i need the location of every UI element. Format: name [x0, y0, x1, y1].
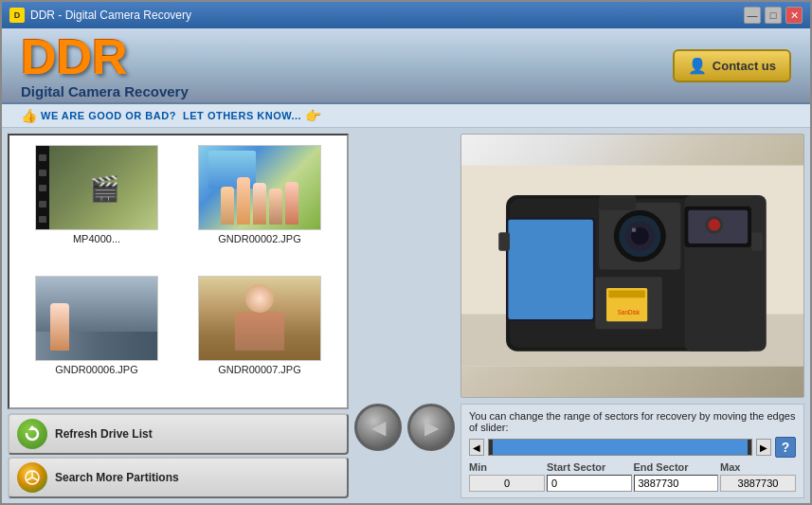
end-sector-label: End Sector: [634, 461, 719, 473]
thumbnail-label: MP4000...: [73, 233, 120, 244]
list-item[interactable]: 🎬 MP4000...: [19, 145, 174, 268]
thumbs-up-icon: 👍: [21, 108, 37, 123]
svg-rect-17: [599, 195, 636, 210]
film-strip-bg: 🎬: [36, 146, 158, 230]
prev-button[interactable]: ◀: [354, 404, 402, 451]
thumbnail-image: [198, 145, 321, 230]
photo-bg: [199, 277, 320, 360]
svg-rect-8: [508, 220, 592, 319]
thumbnail-label: GNDR00002.JPG: [218, 233, 300, 244]
rating-banner[interactable]: 👍 WE ARE GOOD OR BAD? LET OTHERS KNOW...…: [2, 104, 810, 128]
slider-right-thumb[interactable]: [748, 440, 751, 455]
slider-right-arrow[interactable]: ▶: [756, 439, 771, 456]
title-bar: D DDR - Digital Camera Recovery — □ ✕: [2, 2, 810, 28]
sector-info-text: You can change the range of sectors for …: [469, 410, 796, 433]
minimize-button[interactable]: —: [744, 7, 761, 24]
contact-button[interactable]: 👤 Contact us: [673, 49, 791, 82]
window-controls[interactable]: — □ ✕: [744, 7, 803, 24]
film-hole: [39, 216, 46, 223]
start-sector-input[interactable]: [547, 475, 632, 492]
refresh-icon: [17, 419, 47, 449]
svg-text:SanDisk: SanDisk: [618, 309, 641, 316]
thumbnail-image: [35, 276, 158, 361]
min-label: Min: [469, 461, 545, 473]
action-buttons: Refresh Drive List Search More Partition…: [8, 413, 349, 498]
search-partitions-button[interactable]: Search More Partitions: [8, 457, 349, 498]
search-label: Search More Partitions: [55, 471, 179, 484]
film-hole: [39, 170, 46, 176]
list-item[interactable]: GNDR00007.JPG: [182, 276, 337, 399]
slider-row: ◀ ▶ ?: [469, 437, 796, 458]
slider-left-arrow[interactable]: ◀: [469, 439, 484, 456]
film-holes: [36, 146, 49, 230]
end-sector-input[interactable]: [634, 475, 719, 492]
film-hole: [39, 154, 46, 161]
film-hole: [39, 185, 46, 191]
refresh-label: Refresh Drive List: [55, 427, 153, 441]
app-icon: D: [9, 8, 25, 23]
slider-track[interactable]: [488, 439, 752, 456]
svg-point-14: [632, 227, 637, 232]
banner-text: WE ARE GOOD OR BAD? LET OTHERS KNOW...: [41, 110, 301, 121]
help-button[interactable]: ?: [775, 437, 796, 458]
close-button[interactable]: ✕: [785, 7, 803, 24]
list-item[interactable]: GNDR00006.JPG: [19, 276, 174, 399]
thumbnail-label: GNDR00006.JPG: [55, 364, 137, 375]
next-icon: ▶: [424, 416, 439, 439]
thumbnail-image: 🎬: [35, 145, 158, 230]
left-panel: 🎬 MP4000...: [8, 134, 349, 498]
svg-rect-24: [498, 232, 510, 251]
main-content: 🎬 MP4000...: [2, 128, 810, 504]
max-label: Max: [720, 461, 796, 473]
thumbs-right-icon: 👉: [305, 108, 321, 123]
svg-point-23: [709, 219, 721, 231]
vlc-icon: 🎬: [89, 174, 119, 204]
min-value-field[interactable]: [469, 475, 545, 492]
sector-fields: Min Start Sector End Sector Max: [469, 461, 796, 492]
thumbnail-grid-container: 🎬 MP4000...: [8, 134, 349, 409]
partition-icon: [17, 462, 47, 493]
start-sector-label: Start Sector: [547, 461, 632, 473]
thumbnail-label: GNDR00007.JPG: [218, 364, 300, 375]
right-panel: SanDisk You can change the range of sect…: [460, 134, 804, 498]
maximize-button[interactable]: □: [765, 7, 782, 24]
thumbnail-image: [198, 276, 321, 361]
sector-controls: You can change the range of sectors for …: [460, 404, 804, 498]
next-button[interactable]: ▶: [407, 404, 455, 451]
contact-icon: 👤: [688, 57, 707, 75]
prev-icon: ◀: [371, 416, 386, 439]
max-value-field[interactable]: [720, 475, 796, 492]
list-item[interactable]: GNDR00002.JPG: [182, 145, 337, 268]
camera-svg: SanDisk: [461, 135, 803, 397]
title-bar-left: D DDR - Digital Camera Recovery: [9, 8, 191, 23]
app-subtitle: Digital Camera Recovery: [21, 83, 189, 99]
photo-bg: [199, 146, 320, 229]
ddr-logo: DDR: [21, 32, 189, 81]
refresh-drive-button[interactable]: Refresh Drive List: [8, 413, 349, 455]
svg-rect-25: [751, 232, 763, 251]
photo-bg: [36, 277, 157, 360]
thumbnail-grid: 🎬 MP4000...: [9, 135, 347, 407]
film-content: 🎬: [49, 146, 158, 230]
preview-image: SanDisk: [460, 134, 804, 398]
navigation-area: ◀ ▶: [354, 134, 455, 498]
nav-buttons: ◀ ▶: [354, 404, 455, 451]
header-branding: DDR Digital Camera Recovery: [21, 32, 189, 99]
film-hole: [39, 201, 46, 207]
svg-rect-20: [608, 290, 644, 298]
slider-left-thumb[interactable]: [489, 440, 493, 455]
app-header: DDR Digital Camera Recovery 👤 Contact us: [2, 28, 810, 104]
window-title: DDR - Digital Camera Recovery: [30, 9, 191, 22]
